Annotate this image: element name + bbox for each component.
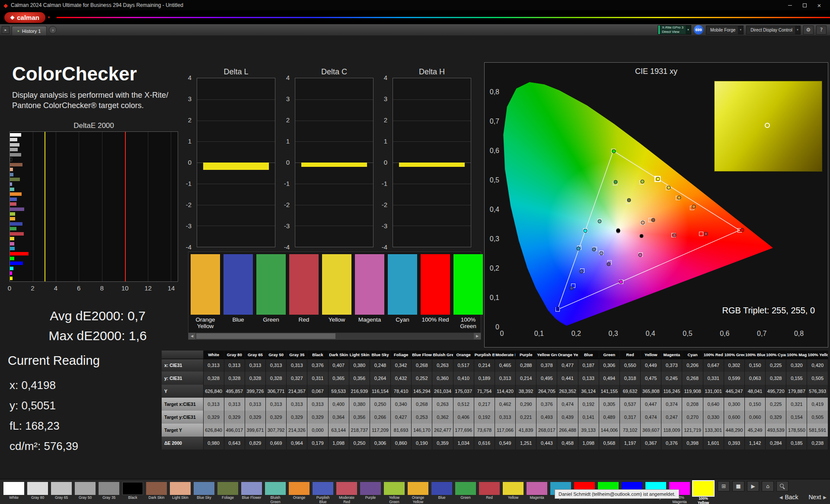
deltae-bar-black (10, 158, 12, 161)
patch-name: Dark Skin (146, 496, 167, 500)
play-button[interactable]: ▶ (747, 481, 759, 491)
strip-swatch-cyan[interactable]: Cyan (388, 254, 417, 329)
table-cell: 0,380 (349, 398, 370, 411)
back-label: Back (785, 494, 798, 501)
patch-yellow[interactable]: Yellow (503, 482, 524, 500)
settings-gear-button[interactable]: ⚙ (803, 26, 814, 35)
gridline (295, 121, 373, 121)
close-button[interactable]: × (812, 0, 827, 10)
table-cell: 0,419 (807, 398, 828, 411)
gridline (197, 99, 275, 100)
home-button[interactable]: ⌂ (762, 481, 774, 491)
axis-tick-label: 0 (176, 159, 192, 166)
patch-foliage[interactable]: Foliage (217, 482, 238, 500)
axis-tick-label: 2 (176, 116, 192, 124)
patch-color (51, 482, 72, 495)
patch-blue[interactable]: Blue (431, 482, 452, 500)
axis-tick-label: 0,3 (485, 235, 499, 243)
table-cell: 0,067 (307, 385, 328, 398)
patch-yellow-green[interactable]: Yellow Green (384, 482, 405, 504)
deltae-bar-100-red (10, 252, 29, 255)
deltae-bar-green (10, 227, 16, 230)
patch-color (194, 482, 214, 495)
strip-scrollbar[interactable]: ◀ ▶ (188, 332, 481, 339)
patch-white[interactable]: White (3, 482, 24, 500)
patch-gray-65[interactable]: Gray 65 (51, 482, 72, 500)
table-cell: 0,365 (328, 372, 349, 385)
strip-swatch-yellow[interactable]: Yellow (322, 254, 351, 329)
patch-blue-flower[interactable]: Blue Flower (241, 482, 262, 500)
strip-swatch-orange-yellow[interactable]: Orange Yellow (191, 254, 220, 329)
meter-selector-button[interactable]: X-Rite i1Pro 3 Direct View ▼ (658, 25, 691, 35)
app-window: ◆ Calman 2024 Calman Ultimate for Busine… (0, 0, 830, 504)
patch-green[interactable]: Green (455, 482, 476, 500)
table-row--e-2000: ΔE 20000,9800,6430,8290,6690,9640,1791,0… (162, 437, 828, 450)
table-cell: 0,449 (641, 359, 661, 372)
patch-red[interactable]: Red (479, 482, 500, 500)
table-cell: 0,250 (349, 437, 370, 450)
strip-swatch-blue[interactable]: Blue (223, 254, 253, 329)
patch-black[interactable]: Black (122, 482, 143, 500)
patch-gray-80[interactable]: Gray 80 (27, 482, 48, 500)
axis-tick-label: 1 (176, 137, 192, 145)
next-button[interactable]: Next ▶ (809, 494, 827, 501)
strip-swatch-magenta[interactable]: Magenta (355, 254, 384, 329)
table-cell: 0,328 (766, 372, 786, 385)
table-cell: 214,326 (287, 424, 307, 437)
table-cell: 448,290 (724, 424, 744, 437)
layout-grid-button[interactable]: ⊞ (718, 481, 730, 491)
deltae-bar-white (10, 133, 21, 137)
patch-orange[interactable]: Orange (289, 482, 310, 500)
table-cell: 73,678 (474, 424, 495, 437)
delta-l-chart: Delta L 43210-1-2-3-4 (197, 67, 275, 247)
strip-swatch-100-green[interactable]: 100% Green (453, 254, 483, 329)
measured-marker-black (639, 234, 643, 238)
patch-moderate-red[interactable]: Moderate Red (336, 482, 357, 504)
stop-button[interactable]: ■ (732, 481, 744, 491)
source-selector-button[interactable]: Mobile Forge ▼ (706, 26, 744, 35)
tab-history-1[interactable]: ▸ History 1 (12, 26, 47, 35)
strip-swatch-green[interactable]: Green (256, 254, 286, 329)
table-cell: 0,420 (807, 359, 828, 372)
column-header-cyan: Cyan (682, 351, 703, 359)
strip-swatch-100-red[interactable]: 100% Red (421, 254, 450, 329)
strip-swatch-red[interactable]: Red (289, 254, 319, 329)
logo-menu-caret-icon[interactable]: ▼ (47, 16, 51, 19)
patch-orange-yellow[interactable]: Orange Yellow (408, 482, 428, 504)
table-cell: 261,034 (432, 385, 453, 398)
patch-purple[interactable]: Purple (360, 482, 381, 500)
chevron-right-icon: ▶ (823, 495, 827, 500)
table-cell: 0,245 (661, 372, 682, 385)
patch-magenta[interactable]: Magenta (527, 482, 547, 500)
scrollbar-thumb[interactable] (196, 333, 335, 339)
patch-bluish-green[interactable]: Bluish Green (265, 482, 286, 504)
maximize-button[interactable] (797, 0, 812, 10)
measured-marker-red (704, 232, 708, 236)
deltae-bar-100-blue (10, 262, 23, 265)
patch-dark-skin[interactable]: Dark Skin (146, 482, 167, 500)
display-control-button[interactable]: Direct Display Control ▼ (746, 26, 801, 35)
panel-toggle-button[interactable]: ▸ (2, 26, 10, 34)
patch-100-yellow[interactable]: 100% Yellow (693, 482, 714, 504)
patch-color (265, 482, 286, 495)
patch-gray-35[interactable]: Gray 35 (99, 482, 119, 500)
table-cell: 0,329 (266, 411, 287, 424)
tab-scroll-button[interactable]: › (49, 26, 57, 34)
calman-logo[interactable]: ◆ calman (4, 12, 45, 23)
scroll-left-icon[interactable]: ◀ (188, 333, 195, 339)
minimize-button[interactable] (782, 0, 797, 10)
search-button[interactable] (776, 481, 788, 491)
bottom-bar: WhiteGray 80Gray 65Gray 50Gray 35BlackDa… (0, 479, 830, 504)
current-reading-heading: Current Reading (8, 354, 100, 368)
back-button[interactable]: ◀ Back (779, 494, 798, 501)
patch-light-skin[interactable]: Light Skin (170, 482, 191, 500)
axis-tick-label: 4 (54, 284, 57, 292)
patch-purplish-blue[interactable]: Purplish Blue (313, 482, 333, 504)
patch-color (217, 482, 238, 495)
scroll-right-icon[interactable]: ▶ (474, 333, 481, 339)
help-button[interactable]: ? (816, 26, 827, 35)
chevron-down-icon: ▼ (738, 26, 743, 34)
patch-gray-50[interactable]: Gray 50 (75, 482, 96, 500)
patch-blue-sky[interactable]: Blue Sky (194, 482, 214, 500)
table-cell: 0,313 (495, 411, 515, 424)
